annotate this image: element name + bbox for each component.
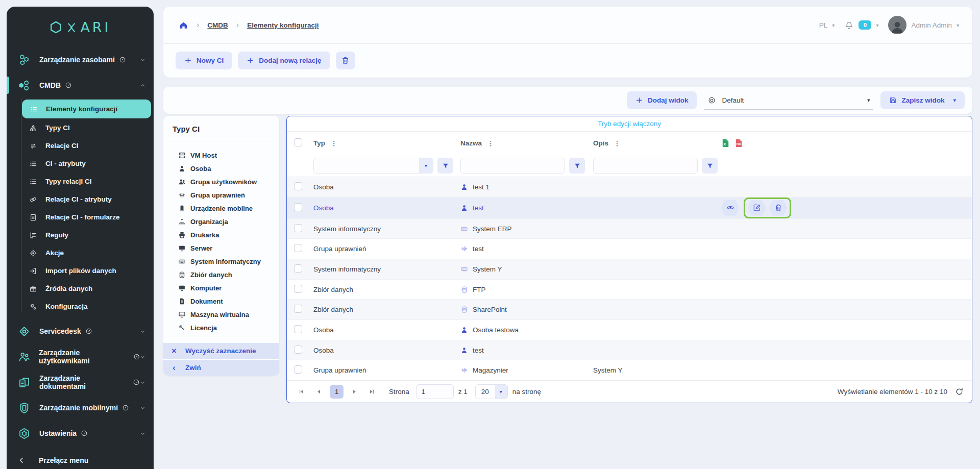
view-row-button[interactable] xyxy=(721,200,740,216)
add-relation-button[interactable]: Dodaj nową relację xyxy=(238,52,330,69)
row-checkbox[interactable] xyxy=(294,244,302,252)
row-checkbox[interactable] xyxy=(294,264,302,273)
sidebar-item-konfiguracja[interactable]: Konfiguracja xyxy=(7,298,154,315)
first-page-button[interactable] xyxy=(295,385,308,398)
sidebar-item-cmdb[interactable]: CMDB xyxy=(7,72,154,98)
prev-page-button[interactable] xyxy=(312,385,325,398)
view-select[interactable]: Default ▾ xyxy=(704,91,873,110)
column-header-typ[interactable]: Typ ⋮ xyxy=(313,139,460,147)
sidebar-item-akcje[interactable]: Akcje xyxy=(7,244,154,262)
type-item-system-informatyczny[interactable]: System informatyczny xyxy=(178,255,276,268)
sidebar-item-zarzadzanie-dokumentami[interactable]: Zarządzanie dokumentami xyxy=(7,369,154,395)
filter-typ-button[interactable] xyxy=(437,158,453,174)
next-page-button[interactable] xyxy=(348,385,361,398)
sidebar-item-zrodla-danych[interactable]: Źródła danych xyxy=(7,280,154,298)
sidebar-item-label: Ustawienia xyxy=(39,429,77,437)
breadcrumb-link-cmdb[interactable]: CMDB xyxy=(207,21,228,29)
column-header-nazwa[interactable]: Nazwa ⋮ xyxy=(460,139,593,147)
row-checkbox[interactable] xyxy=(294,365,302,374)
type-item-drukarka[interactable]: Drukarka xyxy=(178,228,276,241)
table-row[interactable]: Osoba test 1 xyxy=(287,177,972,197)
column-menu-icon[interactable]: ⋮ xyxy=(330,139,337,147)
save-view-button[interactable]: Zapisz widok ▾ xyxy=(880,91,965,109)
filter-opis-input[interactable] xyxy=(593,158,698,174)
page-number-input[interactable] xyxy=(416,384,454,399)
select-all-checkbox[interactable] xyxy=(294,138,302,146)
filter-nazwa-input[interactable] xyxy=(460,158,565,174)
filter-typ-select[interactable]: ▾ xyxy=(313,158,433,174)
language-selector[interactable]: PL xyxy=(819,21,828,29)
sidebar-item-relacje-ci[interactable]: Relacje CI xyxy=(7,137,154,155)
page-size-select[interactable]: 20 ▾ xyxy=(475,384,508,399)
column-header-opis[interactable]: Opis ⋮ xyxy=(593,139,721,147)
chevron-down-icon[interactable]: ▾ xyxy=(876,22,878,28)
filter-nazwa-button[interactable] xyxy=(569,158,585,174)
row-checkbox[interactable] xyxy=(294,305,302,313)
sidebar-item-relacje-ci-atrybuty[interactable]: Relacje CI - atrybuty xyxy=(7,190,154,208)
type-item-grupa-uprawnien[interactable]: Grupa uprawnień xyxy=(178,188,276,202)
table-row[interactable]: System informatyczny System Y xyxy=(287,259,972,279)
table-row[interactable]: Zbiór danych FTP xyxy=(287,279,972,300)
export-pdf-icon[interactable] xyxy=(734,138,744,149)
type-item-maszyna-wirtualna[interactable]: Maszyna wirtualna xyxy=(178,308,276,321)
sidebar-item-zarzadzanie-uzytkownikami[interactable]: Zarządzanie użytkownikami xyxy=(7,344,154,369)
type-item-dokument[interactable]: Dokument xyxy=(178,294,276,308)
current-page-button[interactable]: 1 xyxy=(330,385,344,399)
bell-icon[interactable] xyxy=(844,20,854,30)
table-row-hovered[interactable]: Osoba test xyxy=(287,197,972,218)
delete-button[interactable] xyxy=(336,52,355,69)
clear-selection-button[interactable]: × Wyczyść zaznaczenie xyxy=(163,343,279,359)
add-view-button[interactable]: Dodaj widok xyxy=(627,91,697,109)
table-row[interactable]: Osoba Osoba testowa xyxy=(287,319,972,340)
avatar[interactable] xyxy=(888,16,906,34)
sidebar-item-zarzadzanie-zasobami[interactable]: Zarządzanie zasobami xyxy=(7,47,154,72)
new-ci-button[interactable]: Nowy CI xyxy=(176,52,232,69)
column-menu-icon[interactable]: ⋮ xyxy=(614,139,621,147)
type-item-osoba[interactable]: Osoba xyxy=(178,162,276,175)
sidebar-item-label: Servicedesk xyxy=(39,327,81,335)
monitor-icon xyxy=(178,284,186,292)
table-row[interactable]: Osoba test xyxy=(287,340,972,360)
sidebar-item-label: Relacje CI - formularze xyxy=(45,213,120,221)
sidebar-item-import-plikow-danych[interactable]: Import plików danych xyxy=(7,262,154,280)
type-item-grupa-uzytkownikow[interactable]: Grupa użytkowników xyxy=(178,175,276,188)
type-item-urzadzenie-mobilne[interactable]: Urządzenie mobilne xyxy=(178,202,276,215)
column-menu-icon[interactable]: ⋮ xyxy=(487,139,494,147)
sidebar-item-ci-atrybuty[interactable]: CI - atrybuty xyxy=(7,155,154,172)
breadcrumb-link-elementy-konfiguracji[interactable]: Elementy konfiguracji xyxy=(247,21,318,29)
table-row[interactable]: Grupa uprawnień Magazynier System Y xyxy=(287,360,972,380)
row-checkbox[interactable] xyxy=(294,182,302,190)
home-icon[interactable] xyxy=(179,20,188,30)
table-row[interactable]: System informatyczny System ERP xyxy=(287,218,972,239)
table-row[interactable]: Grupa uprawnień test xyxy=(287,238,972,259)
sidebar-item-typy-ci[interactable]: Typy CI xyxy=(7,119,154,137)
type-item-serwer[interactable]: Serwer xyxy=(178,241,276,255)
table-row[interactable]: Zbiór danych SharePoint xyxy=(287,299,972,319)
sidebar-item-typy-relacji-ci[interactable]: Typy relacji CI xyxy=(7,172,154,190)
type-item-licencja[interactable]: Licencja xyxy=(178,321,276,334)
row-checkbox[interactable] xyxy=(294,345,302,354)
export-excel-icon[interactable] xyxy=(721,138,730,149)
sidebar-item-relacje-ci-formularze[interactable]: Relacje CI - formularze xyxy=(7,208,154,226)
type-item-komputer[interactable]: Komputer xyxy=(178,281,276,294)
last-page-button[interactable] xyxy=(365,385,378,398)
sidebar-item-elementy-konfiguracji[interactable]: Elementy konfiguracji xyxy=(22,100,151,118)
sidebar-item-servicedesk[interactable]: Servicedesk xyxy=(7,318,154,344)
menu-toggle[interactable]: Przełącz menu xyxy=(7,448,154,469)
edit-row-button[interactable] xyxy=(747,200,766,216)
filter-opis-button[interactable] xyxy=(702,158,718,174)
collapse-panel-button[interactable]: ‹ Zwiń xyxy=(163,360,279,376)
row-checkbox[interactable] xyxy=(294,285,302,293)
user-menu[interactable]: Admin Admin xyxy=(911,21,952,29)
row-checkbox[interactable] xyxy=(294,224,302,232)
refresh-button[interactable] xyxy=(955,387,964,396)
row-checkbox[interactable] xyxy=(294,203,302,211)
type-item-zbior-danych[interactable]: Zbiór danych xyxy=(178,268,276,281)
sidebar-item-zarzadzanie-mobilnymi[interactable]: Zarządzanie mobilnymi xyxy=(7,395,154,421)
type-item-organizacja[interactable]: Organizacja xyxy=(178,215,276,228)
type-item-vm-host[interactable]: VM Host xyxy=(178,149,276,162)
delete-row-button[interactable] xyxy=(769,200,788,216)
sidebar-item-ustawienia[interactable]: Ustawienia xyxy=(7,421,154,446)
row-checkbox[interactable] xyxy=(294,325,302,333)
sidebar-item-reguly[interactable]: Reguły xyxy=(7,226,154,244)
